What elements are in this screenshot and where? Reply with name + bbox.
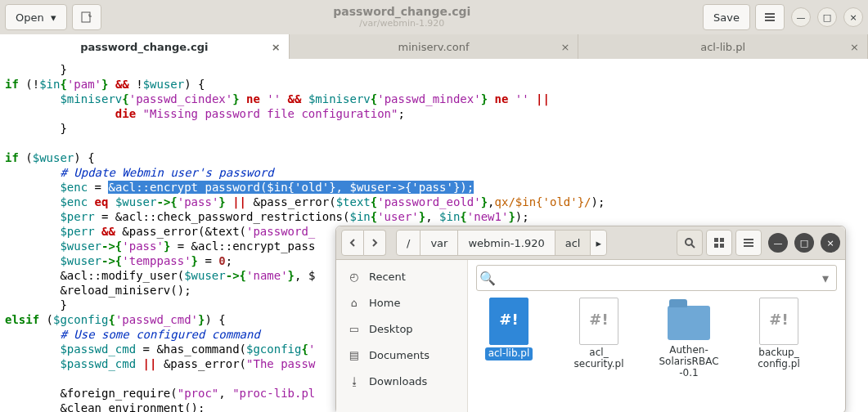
minimize-button[interactable]: — — [791, 7, 811, 27]
save-button[interactable]: Save — [703, 4, 750, 30]
window-subtitle: /var/webmin-1.920 — [359, 19, 444, 29]
path-breadcrumbs: / var webmin-1.920 acl ▸ — [396, 230, 607, 256]
sidebar-desktop[interactable]: ▭Desktop — [336, 316, 467, 342]
close-button[interactable]: × — [843, 7, 863, 27]
download-icon: ⭳ — [348, 375, 361, 387]
tab-password-change[interactable]: password_change.cgi× — [0, 34, 290, 59]
file-label: backup_ config.pl — [758, 347, 800, 370]
documents-icon: ▤ — [348, 349, 361, 361]
gedit-header: Open ▾ password_change.cgi /var/webmin-1… — [0, 0, 868, 35]
icon-view-button[interactable] — [706, 230, 732, 256]
crumb-var[interactable]: var — [421, 231, 458, 255]
back-button[interactable] — [341, 230, 364, 256]
tab-miniserv[interactable]: miniserv.conf× — [290, 34, 579, 59]
sidebar-label: Documents — [369, 349, 430, 361]
fm-minimize-button[interactable]: — — [768, 233, 788, 253]
sidebar-label: Downloads — [369, 375, 427, 387]
home-icon: ⌂ — [348, 297, 361, 309]
forward-button[interactable] — [364, 230, 386, 256]
tab-label: acl-lib.pl — [700, 41, 745, 53]
tab-acl-lib[interactable]: acl-lib.pl× — [578, 34, 868, 59]
search-icon — [684, 237, 695, 249]
open-button[interactable]: Open ▾ — [5, 4, 67, 30]
file-manager-window: / var webmin-1.920 acl ▸ — □ × ◴Recent ⌂… — [335, 226, 846, 412]
file-label: acl_ security.pl — [574, 347, 624, 370]
folder-icon — [668, 306, 710, 340]
script-file-icon — [579, 298, 618, 345]
editor-tabs: password_change.cgi× miniserv.conf× acl-… — [0, 34, 868, 60]
maximize-button[interactable]: □ — [817, 7, 837, 27]
window-title-area: password_change.cgi /var/webmin-1.920 — [101, 6, 704, 28]
crumb-dropdown[interactable]: ▸ — [591, 231, 606, 255]
grid-icon — [713, 237, 725, 249]
hamburger-button[interactable] — [755, 4, 785, 30]
chevron-left-icon — [349, 239, 357, 247]
tab-label: password_change.cgi — [80, 41, 208, 53]
search-options-dropdown[interactable]: ▾ — [815, 271, 836, 286]
file-manager-header: / var webmin-1.920 acl ▸ — □ × — [336, 226, 845, 260]
hamburger-icon — [764, 11, 776, 23]
file-label: Authen- SolarisRBAC -0.1 — [659, 345, 718, 378]
file-item[interactable]: Authen- SolarisRBAC -0.1 — [654, 298, 723, 378]
sidebar-label: Recent — [369, 271, 406, 283]
close-icon[interactable]: × — [850, 41, 859, 53]
close-icon[interactable]: × — [272, 41, 281, 53]
crumb-root[interactable]: / — [397, 231, 421, 255]
menu-button[interactable] — [735, 230, 762, 256]
open-label: Open — [16, 11, 44, 24]
fm-maximize-button[interactable]: □ — [794, 233, 814, 253]
fm-close-button[interactable]: × — [821, 233, 840, 253]
close-icon[interactable]: × — [560, 41, 569, 53]
clock-icon: ◴ — [348, 271, 361, 283]
svg-rect-5 — [720, 244, 724, 248]
script-file-icon — [489, 298, 528, 345]
file-item[interactable]: backup_ config.pl — [744, 298, 813, 370]
svg-point-1 — [686, 239, 692, 245]
crumb-acl[interactable]: acl — [555, 231, 591, 255]
sidebar-label: Desktop — [369, 323, 413, 335]
file-manager-sidebar: ◴Recent ⌂Home ▭Desktop ▤Documents ⭳Downl… — [336, 260, 468, 412]
file-grid: acl-lib.pl acl_ security.pl Authen- Sola… — [468, 296, 845, 412]
file-label: acl-lib.pl — [485, 347, 533, 360]
desktop-icon: ▭ — [348, 323, 361, 335]
sidebar-home[interactable]: ⌂Home — [336, 289, 467, 316]
search-icon: 🔍 — [477, 271, 498, 286]
window-title: password_change.cgi — [333, 6, 470, 18]
file-item[interactable]: acl_ security.pl — [564, 298, 633, 370]
file-manager-content: 🔍 ▾ acl-lib.pl acl_ security.pl — [468, 260, 845, 412]
sidebar-downloads[interactable]: ⭳Downloads — [336, 368, 467, 394]
svg-rect-4 — [714, 244, 718, 248]
script-file-icon — [759, 298, 798, 345]
sidebar-documents[interactable]: ▤Documents — [336, 342, 467, 368]
chevron-right-icon — [371, 239, 379, 247]
svg-rect-3 — [720, 238, 724, 242]
gedit-window-controls: — □ × — [791, 7, 863, 27]
new-tab-button[interactable] — [72, 4, 101, 30]
crumb-webmin[interactable]: webmin-1.920 — [458, 231, 555, 255]
search-toggle[interactable] — [677, 230, 703, 256]
save-label: Save — [713, 11, 740, 24]
file-item[interactable]: acl-lib.pl — [474, 298, 543, 360]
tab-label: miniserv.conf — [398, 41, 470, 53]
sidebar-label: Home — [369, 297, 400, 309]
hamburger-icon — [743, 237, 754, 249]
new-document-icon — [80, 11, 93, 24]
sidebar-recent[interactable]: ◴Recent — [336, 263, 467, 289]
file-search-input[interactable]: 🔍 ▾ — [476, 265, 837, 291]
code-selection: &acl::encrypt_password($in{'old'}, $wuse… — [108, 181, 474, 194]
svg-rect-0 — [82, 12, 90, 22]
svg-rect-2 — [714, 238, 718, 242]
